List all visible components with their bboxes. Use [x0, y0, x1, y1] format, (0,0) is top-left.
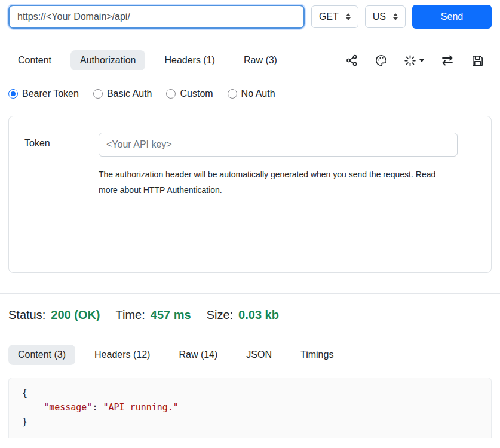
request-tabs: Content Authorization Headers (1) Raw (3… — [8, 50, 287, 70]
radio-custom[interactable]: Custom — [166, 88, 213, 99]
token-input[interactable] — [99, 133, 458, 157]
size-value: 0.03 kb — [238, 308, 279, 322]
radio-no-auth[interactable]: No Auth — [228, 88, 275, 99]
response-tab-headers[interactable]: Headers (12) — [85, 345, 159, 365]
radio-selected-icon — [8, 89, 18, 99]
radio-label: Bearer Token — [22, 88, 79, 99]
radio-basic-auth[interactable]: Basic Auth — [93, 88, 152, 99]
auth-help-text: The authorization header will be automat… — [99, 167, 448, 198]
radio-label: Custom — [180, 88, 213, 99]
size-label: Size: — [207, 308, 233, 322]
updown-arrows-icon — [393, 13, 398, 20]
chevron-down-icon — [419, 59, 424, 62]
request-bar: GET US Send — [8, 5, 492, 29]
share-nodes-icon[interactable] — [345, 54, 358, 67]
swap-arrows-icon[interactable] — [440, 53, 455, 67]
api-client-page: GET US Send Content Authorization Header… — [0, 0, 500, 438]
magic-wand-dropdown-icon[interactable] — [404, 54, 424, 67]
code-line: } — [22, 415, 478, 429]
response-tab-content[interactable]: Content (3) — [8, 345, 75, 365]
json-key: "message" — [44, 402, 92, 413]
response-tab-json[interactable]: JSON — [237, 345, 281, 365]
json-string-value: "API running." — [103, 402, 178, 413]
save-icon[interactable] — [471, 54, 484, 67]
request-toolbar — [345, 53, 484, 67]
status-value: 200 (OK) — [51, 308, 100, 322]
tab-content[interactable]: Content — [8, 50, 61, 70]
time-value: 457 ms — [151, 308, 191, 322]
auth-type-radio-group: Bearer Token Basic Auth Custom No Auth — [8, 88, 492, 99]
time-label: Time: — [116, 308, 145, 322]
code-line: "message": "API running." — [22, 400, 478, 415]
radio-label: No Auth — [241, 88, 275, 99]
response-tab-raw[interactable]: Raw (14) — [169, 345, 227, 365]
radio-unselected-icon — [166, 89, 176, 99]
radio-unselected-icon — [93, 89, 103, 99]
status-label: Status: — [8, 308, 45, 322]
tab-authorization[interactable]: Authorization — [70, 50, 145, 70]
auth-panel: Token The authorization header will be a… — [8, 116, 492, 273]
region-select-value: US — [373, 11, 386, 22]
response-tab-timings[interactable]: Timings — [291, 345, 343, 365]
method-select-value: GET — [319, 11, 339, 22]
token-column: The authorization header will be automat… — [99, 133, 458, 198]
section-divider — [0, 293, 500, 294]
radio-label: Basic Auth — [107, 88, 152, 99]
token-label: Token — [24, 133, 99, 149]
send-button[interactable]: Send — [412, 5, 492, 29]
radio-bearer-token[interactable]: Bearer Token — [8, 88, 79, 99]
response-tabs: Content (3) Headers (12) Raw (14) JSON T… — [8, 345, 492, 365]
updown-arrows-icon — [346, 13, 351, 20]
radio-unselected-icon — [228, 89, 237, 99]
url-input[interactable] — [8, 5, 305, 29]
code-line: { — [22, 386, 478, 400]
method-select[interactable]: GET — [311, 5, 358, 28]
tab-raw[interactable]: Raw (3) — [234, 50, 287, 70]
response-body: { "message": "API running." } — [8, 378, 492, 438]
region-select[interactable]: US — [365, 5, 406, 28]
response-summary: Status: 200 (OK) Time: 457 ms Size: 0.03… — [8, 308, 492, 322]
request-tabs-row: Content Authorization Headers (1) Raw (3… — [8, 50, 492, 70]
tab-headers[interactable]: Headers (1) — [155, 50, 224, 70]
palette-icon[interactable] — [375, 54, 388, 67]
